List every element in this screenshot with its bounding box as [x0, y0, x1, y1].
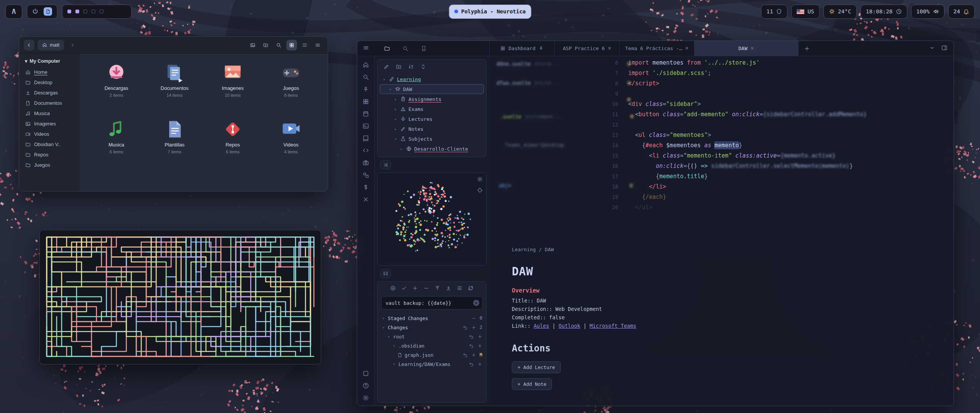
sidebar-item-descargas[interactable]: Descargas	[22, 88, 77, 98]
new-folder-button[interactable]	[396, 64, 402, 71]
menu-button[interactable]	[312, 40, 323, 50]
module-keyboard-layout[interactable]: US	[791, 5, 819, 19]
list-view-button[interactable]	[299, 40, 310, 50]
tab-daw[interactable]: DAW×	[694, 41, 799, 56]
git-section-staged-changes[interactable]: ▾Staged Changes0	[381, 314, 482, 323]
folder-musica[interactable]: Musica6 items	[87, 116, 145, 167]
note-link-outlook[interactable]: Outlook	[559, 323, 580, 329]
git-action-plus-button[interactable]	[477, 362, 482, 367]
commit-message-input[interactable]	[381, 296, 482, 309]
git-backup-button[interactable]	[390, 285, 396, 292]
folder-documentos[interactable]: Documentos14 items	[145, 60, 204, 110]
ribbon-menu-button[interactable]	[363, 45, 369, 52]
git-stage-all-button[interactable]	[412, 285, 418, 292]
media-player-widget[interactable]: Polyphia - Neurotica	[449, 5, 531, 19]
module-volume[interactable]: 100%	[911, 5, 944, 19]
clear-message-button[interactable]: ×	[473, 300, 479, 306]
tab-close-button[interactable]: ×	[685, 46, 689, 51]
toggle-right-sidebar-button[interactable]	[941, 45, 947, 52]
workspace-5[interactable]	[100, 10, 103, 13]
sidebar-item-juegos[interactable]: Juegos	[22, 160, 77, 170]
git-action-undo-button[interactable]	[463, 325, 468, 330]
ribbon-canvas-button[interactable]	[363, 172, 369, 178]
git-pull-button[interactable]	[446, 285, 451, 292]
grid-view-button[interactable]	[286, 40, 297, 50]
tab-list-button[interactable]	[929, 45, 935, 52]
git-panel-handle[interactable]	[380, 269, 391, 278]
ribbon-camera-button[interactable]	[363, 159, 369, 166]
tray-notes-app-button[interactable]	[44, 7, 52, 16]
back-button[interactable]	[24, 40, 34, 50]
git-commit-button[interactable]	[401, 285, 407, 292]
sidebar-tab-files[interactable]	[384, 46, 390, 52]
git-unstage-all-button[interactable]	[423, 285, 429, 292]
launcher-button[interactable]: Λ	[5, 5, 22, 19]
note-breadcrumb[interactable]: Learning / DAW	[512, 247, 856, 252]
git-refresh-button[interactable]	[468, 285, 474, 292]
ribbon-currency-button[interactable]	[363, 184, 369, 190]
git-action-plus-button[interactable]	[477, 334, 482, 339]
tree-item-subjects[interactable]: ▾Subjects	[380, 134, 484, 144]
tree-item-learning[interactable]: ▾Learning	[380, 74, 484, 84]
graph-settings-button[interactable]	[477, 176, 483, 183]
sidebar-tab-search[interactable]	[402, 46, 408, 52]
tree-item-assignments[interactable]: ▸Assignments	[380, 94, 484, 104]
tab-asp-practice-6[interactable]: ASP Practice 6×	[555, 41, 620, 56]
ribbon-calendar-button[interactable]	[363, 111, 369, 117]
git-action-plus-button[interactable]	[477, 343, 482, 348]
git-row-learning-daw-exams[interactable]: ▾Learning/DAW/Exams	[381, 359, 482, 369]
folder-repos[interactable]: Repos6 items	[204, 116, 262, 167]
tray-power-button[interactable]	[32, 8, 38, 15]
ribbon-grid-button[interactable]	[363, 98, 369, 105]
git-action-minus-button[interactable]	[471, 316, 476, 321]
ribbon-book-button[interactable]	[363, 135, 369, 141]
folder-descargas[interactable]: Descargas2 items	[87, 60, 145, 110]
ribbon-help-button[interactable]	[363, 382, 369, 389]
folder-juegos[interactable]: Juegos8 items	[262, 60, 320, 110]
sidebar-item-documentos[interactable]: Documentos	[22, 98, 77, 108]
ribbon-pin-button[interactable]	[363, 86, 369, 93]
git-row-obsidian[interactable]: ▾.obsidian	[381, 341, 482, 350]
note-link-microsoft-teams[interactable]: Microsoft Teams	[590, 323, 636, 329]
tab-close-button[interactable]: ×	[608, 46, 611, 51]
ribbon-vault-button[interactable]	[363, 370, 369, 377]
git-change-list-button[interactable]	[457, 285, 462, 292]
git-action-undo-button[interactable]	[469, 334, 474, 339]
sidebar-item-home[interactable]: Home	[22, 67, 77, 77]
button-add-lecture[interactable]: + Add Lecture	[512, 361, 561, 373]
sidebar-item-repos[interactable]: Repos	[22, 150, 77, 160]
graph-panel-handle[interactable]	[380, 160, 391, 169]
git-action-undo-button[interactable]	[463, 353, 468, 358]
tree-item-exams[interactable]: ▸Exams	[380, 104, 484, 114]
collapse-all-button[interactable]	[420, 64, 426, 71]
module-clock[interactable]: 18:08:28	[861, 5, 907, 19]
tree-item-desarrollo-cliente[interactable]: ▸Desarrollo-Cliente	[380, 144, 484, 154]
new-note-button[interactable]	[384, 64, 389, 71]
note-link-aules[interactable]: Aules	[534, 323, 549, 329]
graph-filter-button[interactable]	[477, 187, 483, 194]
module-weather[interactable]: 24°C	[823, 5, 857, 19]
git-action-undo-button[interactable]	[469, 343, 474, 348]
sidebar-item-videos[interactable]: Videos	[22, 129, 77, 139]
sidebar-item-imagenes[interactable]: Imagenes	[22, 119, 77, 129]
graph-view-canvas[interactable]	[377, 173, 486, 265]
ribbon-code-block-button[interactable]	[363, 147, 369, 154]
tree-item-daw[interactable]: ▾DAW	[380, 84, 484, 94]
module-notifications[interactable]: 24	[948, 5, 975, 19]
button-add-note[interactable]: + Add Note	[512, 378, 552, 390]
tree-item-notes[interactable]: ▸Notes	[380, 124, 484, 134]
workspace-2[interactable]	[75, 10, 79, 13]
git-push-button[interactable]	[434, 285, 440, 292]
git-row-root[interactable]: ▾root	[381, 332, 482, 341]
search-button[interactable]	[273, 40, 284, 50]
new-tab-button[interactable]	[799, 41, 815, 56]
sort-button[interactable]	[408, 64, 414, 71]
folder-plantillas[interactable]: Plantillas7 items	[145, 116, 204, 167]
tab-close-button[interactable]: ×	[750, 46, 754, 51]
git-action-undo-button[interactable]	[469, 362, 474, 367]
folder-videos[interactable]: Videos4 items	[262, 116, 320, 167]
folder-imagenes[interactable]: Imagenes10 items	[204, 60, 262, 110]
git-action-plus-button[interactable]	[471, 353, 476, 358]
ribbon-search-button[interactable]	[363, 74, 369, 80]
ribbon-terminal-button[interactable]	[363, 123, 369, 129]
